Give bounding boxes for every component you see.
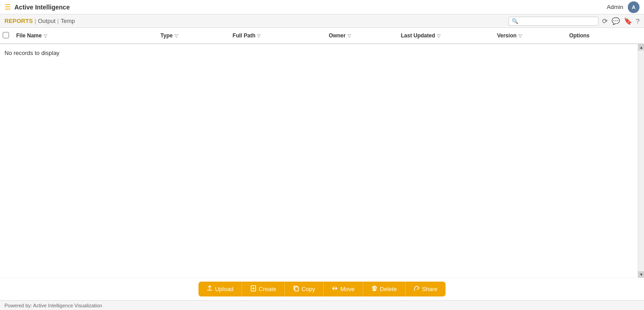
header-lastupdated-label: Last Updated	[401, 32, 435, 39]
create-icon	[250, 285, 257, 293]
table-header: File Name ▽ Type ▽ Full Path ▽ Owner ▽ L…	[0, 28, 644, 44]
header-filename-label: File Name	[16, 32, 42, 39]
move-label: Move	[340, 286, 355, 292]
footer-text: Powered by: Active Intelligence Visualiz…	[5, 303, 102, 308]
breadcrumb-output[interactable]: Output	[38, 18, 55, 24]
topbar-right: Admin A	[607, 1, 639, 13]
topbar: ☰ Active Intelligence Admin A	[0, 0, 644, 14]
filter-owner-icon[interactable]: ▽	[347, 33, 351, 38]
avatar[interactable]: A	[628, 1, 639, 13]
bookmark-icon[interactable]: 🔖	[624, 17, 632, 25]
create-label: Create	[259, 286, 276, 292]
upload-button[interactable]: Upload	[198, 282, 242, 296]
scroll-down-button[interactable]: ▼	[638, 271, 644, 278]
search-icon: 🔍	[512, 18, 518, 24]
no-records-message: No records to display	[0, 44, 644, 62]
header-options: Options	[569, 32, 641, 39]
hamburger-icon[interactable]: ☰	[5, 3, 11, 11]
delete-button[interactable]: Delete	[363, 282, 405, 296]
header-owner-label: Owner	[329, 32, 345, 39]
select-all-checkbox[interactable]	[3, 32, 9, 38]
header-fullpath-label: Full Path	[233, 32, 256, 39]
refresh-icon[interactable]: ⟳	[602, 17, 608, 25]
filter-version-icon[interactable]: ▽	[518, 33, 522, 38]
filter-lastupdated-icon[interactable]: ▽	[437, 33, 441, 38]
share-icon	[414, 285, 420, 293]
search-input[interactable]	[520, 18, 592, 24]
header-fullpath: Full Path ▽	[233, 32, 329, 39]
header-filename: File Name ▽	[16, 32, 161, 39]
filter-fullpath-icon[interactable]: ▽	[257, 33, 261, 38]
app-title: Active Intelligence	[14, 4, 70, 11]
copy-label: Copy	[302, 286, 315, 292]
delete-label: Delete	[380, 286, 397, 292]
share-button[interactable]: Share	[405, 282, 446, 296]
admin-label: Admin	[607, 4, 623, 10]
footer: Powered by: Active Intelligence Visualiz…	[0, 300, 644, 310]
copy-button[interactable]: Copy	[285, 282, 324, 296]
move-button[interactable]: Move	[324, 282, 363, 296]
breadcrumb-sep1: |	[35, 18, 36, 24]
scroll-track[interactable]	[638, 50, 644, 271]
scroll-up-button[interactable]: ▲	[638, 44, 644, 50]
filter-type-icon[interactable]: ▽	[175, 33, 178, 38]
search-box: 🔍	[509, 17, 599, 26]
breadcrumb-temp[interactable]: Temp	[61, 18, 75, 24]
upload-label: Upload	[215, 286, 234, 292]
share-label: Share	[422, 286, 438, 292]
breadcrumb-reports[interactable]: REPORTS	[5, 18, 33, 24]
header-options-label: Options	[569, 32, 590, 39]
header-type-label: Type	[161, 32, 173, 39]
header-type: Type ▽	[161, 32, 233, 39]
help-icon[interactable]: ?	[636, 17, 639, 25]
pathbar-right: 🔍 ⟳ 💬 🔖 ?	[509, 17, 639, 26]
breadcrumb-sep2: |	[57, 18, 59, 24]
svg-rect-1	[295, 287, 298, 291]
header-checkbox-col	[3, 32, 16, 40]
header-version: Version ▽	[497, 32, 569, 39]
bottom-toolbar: Upload Create Copy	[0, 278, 644, 300]
header-version-label: Version	[497, 32, 516, 39]
pathbar: REPORTS | Output | Temp 🔍 ⟳ 💬 🔖 ?	[0, 14, 644, 28]
upload-icon	[207, 285, 213, 293]
header-lastupdated: Last Updated ▽	[401, 32, 497, 39]
header-owner: Owner ▽	[329, 32, 401, 39]
create-button[interactable]: Create	[242, 282, 285, 296]
breadcrumb: REPORTS | Output | Temp	[5, 18, 75, 24]
toolbar-icons: ⟳ 💬 🔖 ?	[602, 17, 639, 25]
action-bar: Upload Create Copy	[198, 282, 446, 296]
filter-filename-icon[interactable]: ▽	[44, 33, 47, 38]
comment-icon[interactable]: 💬	[612, 17, 620, 25]
move-icon	[332, 285, 338, 293]
scrollbar[interactable]: ▲ ▼	[638, 44, 644, 278]
topbar-left: ☰ Active Intelligence	[5, 3, 70, 11]
copy-icon	[293, 285, 299, 293]
table-body: No records to display ▲ ▼	[0, 44, 644, 278]
delete-icon	[371, 285, 378, 293]
